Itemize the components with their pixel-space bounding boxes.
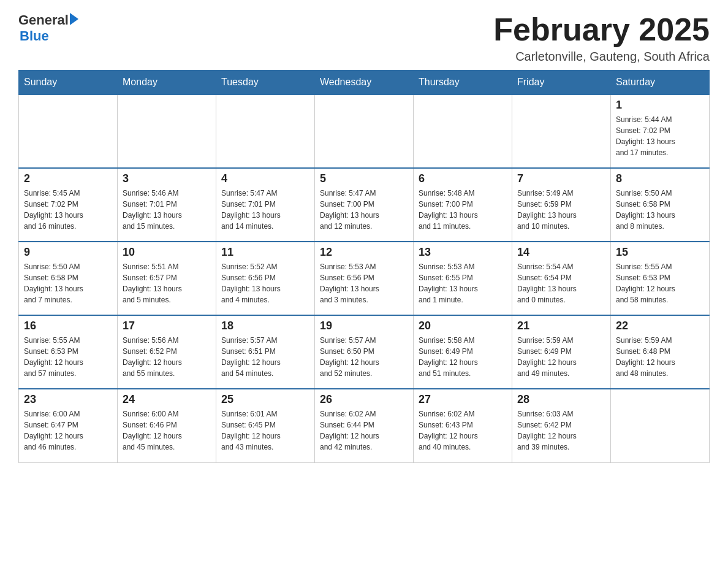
calendar-cell: 13Sunrise: 5:53 AM Sunset: 6:55 PM Dayli… [414, 242, 512, 315]
day-info: Sunrise: 5:55 AM Sunset: 6:53 PM Dayligh… [616, 261, 704, 305]
calendar-cell: 28Sunrise: 6:03 AM Sunset: 6:42 PM Dayli… [512, 389, 611, 462]
calendar-cell: 25Sunrise: 6:01 AM Sunset: 6:45 PM Dayli… [216, 389, 315, 462]
calendar-cell: 4Sunrise: 5:47 AM Sunset: 7:01 PM Daylig… [216, 168, 315, 242]
calendar-cell: 12Sunrise: 5:53 AM Sunset: 6:56 PM Dayli… [315, 242, 414, 315]
day-info: Sunrise: 5:58 AM Sunset: 6:49 PM Dayligh… [419, 335, 507, 379]
day-number: 20 [419, 320, 507, 332]
logo: General Blue [18, 12, 78, 44]
day-number: 16 [24, 320, 112, 332]
calendar-cell: 20Sunrise: 5:58 AM Sunset: 6:49 PM Dayli… [414, 315, 512, 389]
day-info: Sunrise: 6:03 AM Sunset: 6:42 PM Dayligh… [517, 408, 605, 453]
location-text: Carletonville, Gauteng, South Africa [493, 50, 710, 64]
weekday-header-sunday: Sunday [19, 71, 118, 95]
weekday-header-row: SundayMondayTuesdayWednesdayThursdayFrid… [19, 71, 710, 95]
day-info: Sunrise: 5:55 AM Sunset: 6:53 PM Dayligh… [24, 335, 112, 379]
day-number: 12 [320, 246, 408, 259]
day-number: 3 [123, 172, 211, 185]
day-info: Sunrise: 5:50 AM Sunset: 6:58 PM Dayligh… [616, 188, 704, 232]
day-info: Sunrise: 6:01 AM Sunset: 6:45 PM Dayligh… [221, 408, 309, 453]
day-info: Sunrise: 5:59 AM Sunset: 6:49 PM Dayligh… [517, 335, 605, 379]
week-row-4: 16Sunrise: 5:55 AM Sunset: 6:53 PM Dayli… [19, 315, 710, 389]
day-number: 13 [419, 246, 507, 259]
calendar-cell: 14Sunrise: 5:54 AM Sunset: 6:54 PM Dayli… [512, 242, 611, 315]
day-number: 1 [616, 99, 704, 112]
day-info: Sunrise: 5:51 AM Sunset: 6:57 PM Dayligh… [123, 261, 211, 305]
day-number: 15 [616, 246, 704, 259]
day-number: 2 [24, 172, 112, 185]
day-number: 14 [517, 246, 605, 259]
day-info: Sunrise: 5:47 AM Sunset: 7:01 PM Dayligh… [221, 188, 309, 232]
calendar-cell: 24Sunrise: 6:00 AM Sunset: 6:46 PM Dayli… [118, 389, 216, 462]
calendar-cell: 18Sunrise: 5:57 AM Sunset: 6:51 PM Dayli… [216, 315, 315, 389]
day-number: 21 [517, 320, 605, 332]
day-info: Sunrise: 6:02 AM Sunset: 6:44 PM Dayligh… [320, 408, 408, 453]
day-info: Sunrise: 5:52 AM Sunset: 6:56 PM Dayligh… [221, 261, 309, 305]
calendar-cell: 8Sunrise: 5:50 AM Sunset: 6:58 PM Daylig… [611, 168, 710, 242]
day-info: Sunrise: 5:46 AM Sunset: 7:01 PM Dayligh… [123, 188, 211, 232]
day-number: 17 [123, 320, 211, 332]
day-number: 9 [24, 246, 112, 259]
calendar-cell [19, 94, 118, 168]
day-info: Sunrise: 5:53 AM Sunset: 6:55 PM Dayligh… [419, 261, 507, 305]
calendar-cell: 5Sunrise: 5:47 AM Sunset: 7:00 PM Daylig… [315, 168, 414, 242]
calendar-cell: 21Sunrise: 5:59 AM Sunset: 6:49 PM Dayli… [512, 315, 611, 389]
week-row-2: 2Sunrise: 5:45 AM Sunset: 7:02 PM Daylig… [19, 168, 710, 242]
calendar-cell: 3Sunrise: 5:46 AM Sunset: 7:01 PM Daylig… [118, 168, 216, 242]
day-number: 19 [320, 320, 408, 332]
day-number: 23 [24, 393, 112, 406]
day-info: Sunrise: 6:02 AM Sunset: 6:43 PM Dayligh… [419, 408, 507, 453]
day-number: 5 [320, 172, 408, 185]
day-number: 4 [221, 172, 309, 185]
calendar-cell: 26Sunrise: 6:02 AM Sunset: 6:44 PM Dayli… [315, 389, 414, 462]
week-row-3: 9Sunrise: 5:50 AM Sunset: 6:58 PM Daylig… [19, 242, 710, 315]
calendar-cell [216, 94, 315, 168]
day-number: 10 [123, 246, 211, 259]
day-info: Sunrise: 5:49 AM Sunset: 6:59 PM Dayligh… [517, 188, 605, 232]
calendar-cell: 27Sunrise: 6:02 AM Sunset: 6:43 PM Dayli… [414, 389, 512, 462]
day-number: 11 [221, 246, 309, 259]
title-section: February 2025 Carletonville, Gauteng, So… [493, 12, 710, 64]
weekday-header-friday: Friday [512, 71, 611, 95]
calendar-cell: 1Sunrise: 5:44 AM Sunset: 7:02 PM Daylig… [611, 94, 710, 168]
calendar-cell: 16Sunrise: 5:55 AM Sunset: 6:53 PM Dayli… [19, 315, 118, 389]
day-info: Sunrise: 5:54 AM Sunset: 6:54 PM Dayligh… [517, 261, 605, 305]
calendar-cell: 15Sunrise: 5:55 AM Sunset: 6:53 PM Dayli… [611, 242, 710, 315]
calendar-cell: 7Sunrise: 5:49 AM Sunset: 6:59 PM Daylig… [512, 168, 611, 242]
day-info: Sunrise: 5:44 AM Sunset: 7:02 PM Dayligh… [616, 114, 704, 158]
calendar-cell: 6Sunrise: 5:48 AM Sunset: 7:00 PM Daylig… [414, 168, 512, 242]
day-info: Sunrise: 5:57 AM Sunset: 6:51 PM Dayligh… [221, 335, 309, 379]
day-number: 8 [616, 172, 704, 185]
day-info: Sunrise: 5:53 AM Sunset: 6:56 PM Dayligh… [320, 261, 408, 305]
calendar-cell: 23Sunrise: 6:00 AM Sunset: 6:47 PM Dayli… [19, 389, 118, 462]
day-number: 7 [517, 172, 605, 185]
weekday-header-wednesday: Wednesday [315, 71, 414, 95]
calendar-cell: 10Sunrise: 5:51 AM Sunset: 6:57 PM Dayli… [118, 242, 216, 315]
day-info: Sunrise: 5:48 AM Sunset: 7:00 PM Dayligh… [419, 188, 507, 232]
day-info: Sunrise: 5:47 AM Sunset: 7:00 PM Dayligh… [320, 188, 408, 232]
weekday-header-monday: Monday [118, 71, 216, 95]
calendar-table: SundayMondayTuesdayWednesdayThursdayFrid… [18, 70, 710, 463]
day-info: Sunrise: 5:50 AM Sunset: 6:58 PM Dayligh… [24, 261, 112, 305]
calendar-cell [118, 94, 216, 168]
day-number: 22 [616, 320, 704, 332]
day-number: 18 [221, 320, 309, 332]
day-info: Sunrise: 5:56 AM Sunset: 6:52 PM Dayligh… [123, 335, 211, 379]
calendar-cell [611, 389, 710, 462]
week-row-1: 1Sunrise: 5:44 AM Sunset: 7:02 PM Daylig… [19, 94, 710, 168]
calendar-cell [512, 94, 611, 168]
day-number: 24 [123, 393, 211, 406]
day-info: Sunrise: 6:00 AM Sunset: 6:47 PM Dayligh… [24, 408, 112, 453]
calendar-cell: 2Sunrise: 5:45 AM Sunset: 7:02 PM Daylig… [19, 168, 118, 242]
weekday-header-saturday: Saturday [611, 71, 710, 95]
calendar-cell [315, 94, 414, 168]
day-number: 6 [419, 172, 507, 185]
calendar-cell [414, 94, 512, 168]
day-number: 27 [419, 393, 507, 406]
day-number: 26 [320, 393, 408, 406]
day-info: Sunrise: 5:57 AM Sunset: 6:50 PM Dayligh… [320, 335, 408, 379]
month-title: February 2025 [493, 12, 710, 47]
calendar-cell: 19Sunrise: 5:57 AM Sunset: 6:50 PM Dayli… [315, 315, 414, 389]
day-number: 28 [517, 393, 605, 406]
day-info: Sunrise: 5:59 AM Sunset: 6:48 PM Dayligh… [616, 335, 704, 379]
weekday-header-thursday: Thursday [414, 71, 512, 95]
